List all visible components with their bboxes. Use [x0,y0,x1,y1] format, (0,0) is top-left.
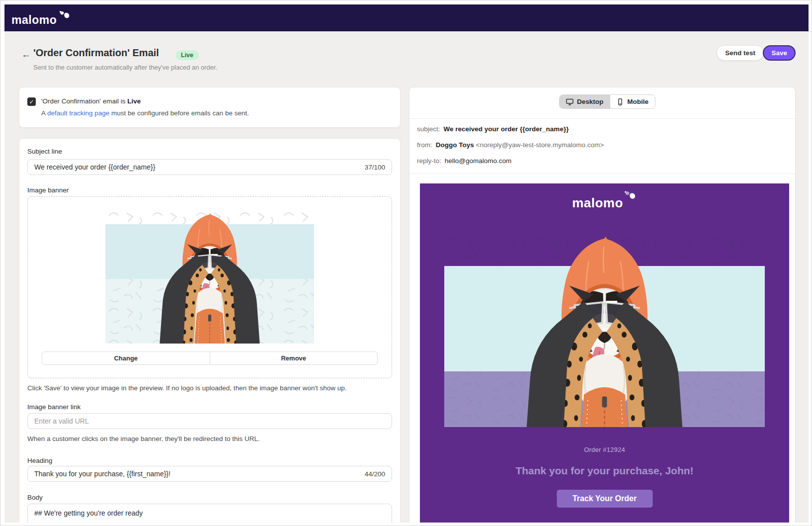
malomo-logo: malomo [11,8,71,27]
email-logo-text: malomo [572,195,623,210]
email-render-preview: malomo Order #12924 Thank you for your p… [420,183,789,523]
malomo-butterfly-icon [58,9,71,20]
email-heading: Thank you for your purchase, John! [420,465,789,477]
note-prefix: A [41,109,47,117]
heading-char-counter: 44/200 [365,470,385,478]
banner-link-label: Image banner link [27,403,81,411]
divider [409,118,795,119]
app-viewport: malomo ← 'Order Confirmation' Email Live… [4,4,809,523]
heading-input-wrap: 44/200 [27,466,392,482]
banner-link-input[interactable] [27,413,392,429]
image-banner-dropzone[interactable]: Change Remove [27,196,392,378]
email-meta: subject:We received your order {{order_n… [417,124,604,172]
image-banner-label: Image banner [27,186,69,194]
meta-replyto-value: hello@gomalomo.com [445,157,512,165]
save-button[interactable]: Save [763,45,796,61]
image-banner-preview [105,209,314,344]
device-toggle: Desktop Mobile [559,94,655,109]
track-order-button[interactable]: Track Your Order [557,490,652,508]
subject-input-wrap: 37/100 [27,159,392,175]
body-label: Body [27,494,43,501]
meta-from-name: Doggo Toys [436,141,474,149]
email-status-card: ✓ 'Order Confirmation' email is Live A d… [19,87,401,128]
tracking-page-note: A default tracking page must be configur… [41,109,249,117]
subject-line-label: Subject line [27,148,62,155]
send-test-button[interactable]: Send test [717,45,764,61]
heading-input[interactable] [27,466,392,482]
meta-from-row: from:Doggo Toys <noreply@yaw-test-store.… [417,140,604,150]
subject-char-counter: 37/100 [365,164,385,171]
image-banner-help-text: Click 'Save' to view your image in the p… [27,384,392,392]
back-arrow-icon[interactable]: ← [21,49,31,60]
mobile-toggle-button[interactable]: Mobile [610,95,655,108]
subject-input[interactable] [27,159,392,175]
remove-image-button[interactable]: Remove [210,352,378,364]
malomo-logo-text: malomo [11,12,57,27]
body-textarea[interactable]: ## We're getting you're order ready [27,504,392,523]
live-checkbox[interactable]: ✓ [27,97,36,106]
page-subtitle: Sent to the customer automatically after… [33,64,217,71]
page-title: 'Order Confirmation' Email [33,47,159,59]
email-status-value: Live [127,97,141,105]
status-badge: Live [175,50,199,60]
change-image-button[interactable]: Change [42,352,210,364]
meta-subject-value: We received your order {{order_name}} [444,125,569,133]
note-suffix: must be configured before emails can be … [109,109,249,117]
desktop-icon [566,98,573,105]
banner-link-input-wrap [27,413,392,429]
order-number: Order #12924 [420,446,789,453]
divider [409,174,795,174]
email-brand-logo: malomo [420,195,789,211]
email-status-line: 'Order Confirmation' email is Live [41,97,141,105]
heading-label: Heading [27,457,52,464]
mobile-icon [617,98,624,105]
email-preview-card: Desktop Mobile subject:We received your … [409,87,796,523]
meta-replyto-label: reply-to: [417,157,441,165]
email-status-text: 'Order Confirmation' email is [41,97,127,105]
meta-from-label: from: [417,141,432,149]
email-form-card: Subject line 37/100 Image banner Change … [19,138,401,523]
desktop-toggle-button[interactable]: Desktop [560,95,610,108]
desktop-toggle-label: Desktop [577,98,603,105]
top-nav-bar: malomo [4,4,809,31]
checkmark-icon: ✓ [29,98,34,105]
image-actions-bar: Change Remove [42,351,378,365]
default-tracking-page-link[interactable]: default tracking page [47,109,109,117]
meta-subject-row: subject:We received your order {{order_n… [417,124,604,134]
meta-subject-label: subject: [417,125,440,133]
meta-replyto-row: reply-to:hello@gomalomo.com [417,156,604,166]
email-banner-image [444,235,765,427]
email-butterfly-icon [623,189,637,201]
banner-link-help-text: When a customer clicks on the image bann… [27,435,392,442]
mobile-toggle-label: Mobile [627,98,649,105]
meta-from-address: <noreply@yaw-test-store.mymalomo.com> [476,141,604,149]
